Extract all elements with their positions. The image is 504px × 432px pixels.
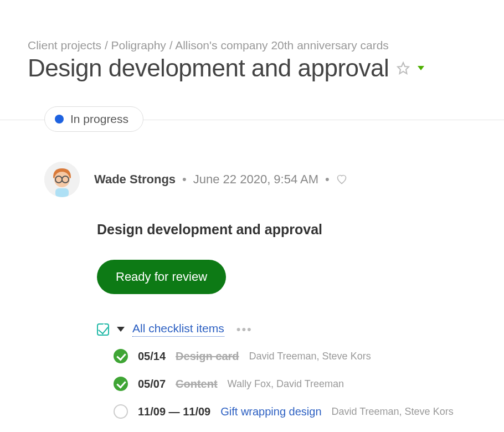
more-icon[interactable]: ••• bbox=[236, 322, 253, 337]
star-icon[interactable] bbox=[397, 61, 410, 75]
status-label: In progress bbox=[70, 112, 128, 126]
avatar[interactable] bbox=[44, 162, 80, 197]
checklist-item-title[interactable]: Content bbox=[176, 378, 218, 390]
content-title: Design development and approval bbox=[97, 222, 476, 238]
ready-for-review-button[interactable]: Ready for review bbox=[97, 260, 226, 294]
status-dot-icon bbox=[55, 115, 64, 124]
svg-rect-5 bbox=[55, 188, 69, 197]
all-checklist-items-link[interactable]: All checklist items bbox=[132, 322, 224, 337]
breadcrumb: Client projects / Poligraphy / Allison's… bbox=[28, 39, 476, 52]
checklist-item: 11/09 — 11/09 Gift wrapping design David… bbox=[114, 404, 476, 419]
chevron-down-icon[interactable] bbox=[418, 66, 424, 70]
check-circle-icon[interactable] bbox=[114, 349, 128, 363]
checklist-item-title[interactable]: Design card bbox=[176, 350, 239, 363]
status-pill[interactable]: In progress bbox=[44, 106, 143, 132]
breadcrumb-segment[interactable]: Poligraphy bbox=[111, 39, 166, 52]
checklist-item: 05/07 Content Wally Fox, David Treeman bbox=[114, 377, 476, 391]
checklist-item-assignees: David Treeman, Steve Kors bbox=[249, 351, 371, 362]
post-timestamp: June 22 2020, 9:54 AM bbox=[193, 172, 318, 187]
breadcrumb-segment[interactable]: Client projects bbox=[28, 39, 101, 52]
chevron-down-icon[interactable] bbox=[117, 327, 125, 332]
checklist-item-assignees: Wally Fox, David Treeman bbox=[228, 378, 344, 390]
checklist-item-date: 11/09 — 11/09 bbox=[138, 405, 210, 418]
breadcrumb-segment[interactable]: Allison's company 20th anniversary cards bbox=[175, 39, 389, 52]
checklist-item-title[interactable]: Gift wrapping design bbox=[220, 405, 321, 418]
check-circle-icon[interactable] bbox=[114, 377, 128, 391]
check-circle-icon[interactable] bbox=[114, 404, 128, 419]
svg-marker-0 bbox=[398, 63, 409, 74]
checklist-icon[interactable] bbox=[97, 323, 109, 336]
page-title: Design development and approval bbox=[28, 54, 389, 82]
checklist-item-date: 05/14 bbox=[138, 350, 166, 363]
author-name[interactable]: Wade Strongs bbox=[94, 172, 176, 187]
heart-icon[interactable] bbox=[336, 174, 347, 185]
checklist-item-assignees: David Treeman, Steve Kors bbox=[332, 406, 454, 418]
checklist-item-date: 05/07 bbox=[138, 378, 166, 390]
checklist-item: 05/14 Design card David Treeman, Steve K… bbox=[114, 349, 476, 363]
